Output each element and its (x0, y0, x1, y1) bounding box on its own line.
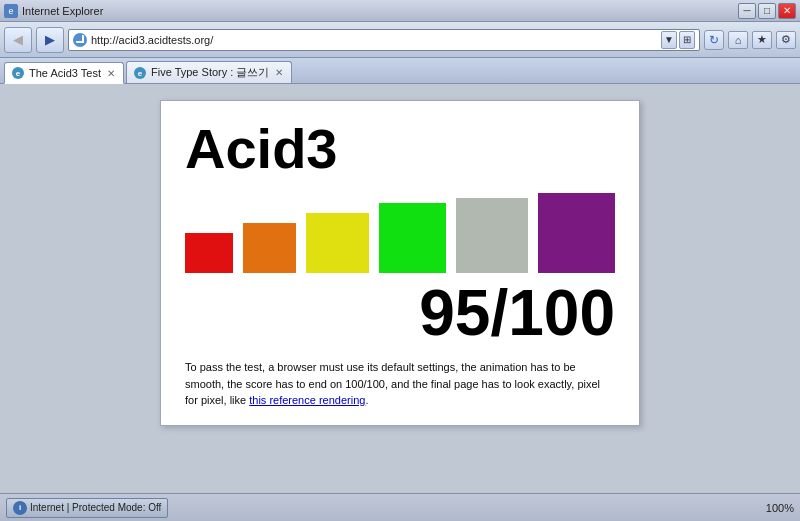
address-dropdown-button[interactable]: ▼ (661, 31, 677, 49)
color-box-1 (243, 223, 296, 273)
acid3-desc-suffix: . (365, 394, 368, 406)
close-button[interactable]: ✕ (778, 3, 796, 19)
back-button[interactable]: ◀ (4, 27, 32, 53)
status-bar: i Internet | Protected Mode: Off 100% (0, 493, 800, 521)
nav-bar: ◀ ▶ http://acid3.acidtests.org/ ▼ ⊞ ↻ ⌂ … (0, 22, 800, 58)
tab-acid3-close[interactable]: ✕ (105, 67, 117, 79)
acid3-score: 95/100 (185, 281, 615, 345)
title-bar-left: e Internet Explorer (4, 4, 103, 18)
content-area: Acid3 95/100 To pass the test, a browser… (0, 84, 800, 493)
browser-icon: e (4, 4, 18, 18)
tools-button[interactable]: ⚙ (776, 31, 796, 49)
address-icon (73, 33, 87, 47)
title-bar: e Internet Explorer ─ □ ✕ (0, 0, 800, 22)
svg-text:e: e (138, 69, 143, 78)
security-zone-icon: i (13, 501, 27, 515)
home-button[interactable]: ⌂ (728, 31, 748, 49)
color-box-0 (185, 233, 233, 273)
tab-bar: e The Acid3 Test ✕ e Five Type Story : 글… (0, 58, 800, 84)
tab-acid3[interactable]: e The Acid3 Test ✕ (4, 62, 124, 84)
tab-fivetypestory[interactable]: e Five Type Story : 글쓰기 ✕ (126, 61, 292, 83)
minimize-button[interactable]: ─ (738, 3, 756, 19)
color-boxes (185, 193, 615, 273)
color-box-5 (538, 193, 615, 273)
tab-acid3-label: The Acid3 Test (29, 67, 101, 79)
security-zone-button[interactable]: i Internet | Protected Mode: Off (6, 498, 168, 518)
color-box-4 (456, 198, 528, 273)
address-bar-buttons: ▼ ⊞ (661, 31, 695, 49)
acid3-desc-text: To pass the test, a browser must use its… (185, 361, 600, 406)
tab-fivetypestory-close[interactable]: ✕ (273, 67, 285, 79)
address-text[interactable]: http://acid3.acidtests.org/ (91, 34, 657, 46)
rss-button[interactable]: ⊞ (679, 31, 695, 49)
favorites-button[interactable]: ★ (752, 31, 772, 49)
title-bar-controls: ─ □ ✕ (738, 3, 796, 19)
color-box-2 (306, 213, 369, 273)
svg-text:e: e (16, 69, 21, 78)
tab-fivetypestory-label: Five Type Story : 글쓰기 (151, 65, 269, 80)
tab-fivetypestory-icon: e (133, 66, 147, 80)
title-bar-text: Internet Explorer (22, 5, 103, 17)
acid3-description: To pass the test, a browser must use its… (185, 359, 615, 409)
maximize-button[interactable]: □ (758, 3, 776, 19)
address-bar: http://acid3.acidtests.org/ ▼ ⊞ (68, 29, 700, 51)
forward-button[interactable]: ▶ (36, 27, 64, 53)
color-box-3 (379, 203, 446, 273)
zoom-label: 100% (766, 502, 794, 514)
acid3-reference-link[interactable]: this reference rendering (249, 394, 365, 406)
refresh-button[interactable]: ↻ (704, 30, 724, 50)
acid3-card: Acid3 95/100 To pass the test, a browser… (160, 100, 640, 426)
security-zone-label: Internet | Protected Mode: Off (30, 502, 161, 513)
tab-acid3-icon: e (11, 66, 25, 80)
acid3-title: Acid3 (185, 121, 615, 177)
